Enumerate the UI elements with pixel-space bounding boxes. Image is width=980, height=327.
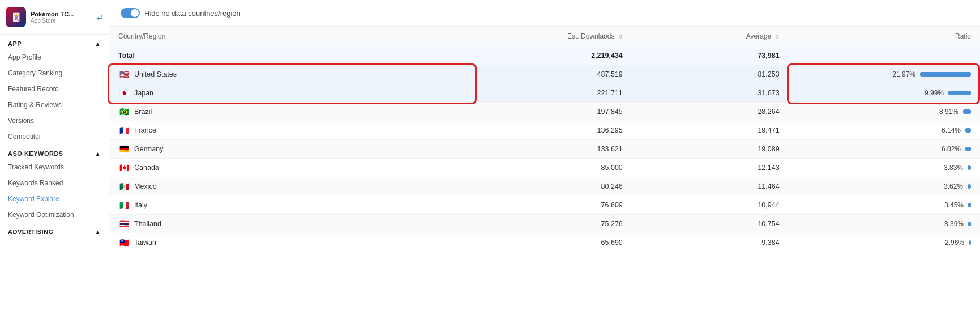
ratio-text: 6.14%	[937, 126, 961, 134]
ratio-bar	[920, 72, 971, 77]
country-flag: 🇧🇷	[118, 108, 130, 116]
country-name: Italy	[134, 201, 147, 209]
ratio-text: 6.02%	[937, 145, 961, 153]
ratio-cell: 8.91%	[789, 103, 980, 121]
sidebar-item-versions[interactable]: Versions	[0, 113, 109, 129]
country-flag: 🇯🇵	[118, 89, 130, 97]
ratio-text: 3.45%	[940, 201, 964, 209]
average-cell: 10,754	[632, 215, 789, 233]
col-header-average[interactable]: Average ⇕	[632, 27, 789, 46]
ratio-cell: 3.62%	[789, 177, 980, 196]
table-row: 🇲🇽Mexico80,24611,4643.62%	[109, 177, 980, 196]
average-cell: 28,264	[632, 103, 789, 121]
ratio-text: 3.83%	[939, 164, 963, 172]
aso-section-header: ASO Keywords ▲	[0, 145, 109, 159]
app-info: Pokémon TC... App Store	[31, 11, 92, 24]
country-flag: 🇩🇪	[118, 145, 130, 153]
country-name: Taiwan	[134, 239, 156, 247]
downloads-cell: 80,246	[475, 177, 632, 196]
country-cell: 🇩🇪Germany	[109, 140, 475, 159]
downloads-cell: 136,295	[475, 121, 632, 140]
country-cell: 🇲🇽Mexico	[109, 177, 475, 196]
sidebar-item-rating-reviews[interactable]: Rating & Reviews	[0, 97, 109, 113]
app-header: 🃏 Pokémon TC... App Store ⇄	[0, 0, 109, 35]
country-name: Thailand	[134, 220, 161, 228]
ratio-text: 9.99%	[920, 89, 944, 97]
sidebar: 🃏 Pokémon TC... App Store ⇄ APP ▲ App Pr…	[0, 0, 109, 327]
table-wrapper: Country/Region Est. Downlaods ⇕ Average …	[109, 27, 980, 327]
country-flag: 🇫🇷	[118, 126, 130, 134]
country-flag: 🇹🇭	[118, 220, 130, 228]
average-cell: 11,464	[632, 177, 789, 196]
sidebar-item-competitor[interactable]: Competitor	[0, 129, 109, 145]
col-header-ratio: Ratio	[789, 27, 980, 46]
ratio-text: 3.39%	[940, 220, 964, 228]
sort-average-icon: ⇕	[775, 33, 780, 40]
advertising-section-chevron[interactable]: ▲	[95, 229, 101, 235]
table-row: 🇧🇷Brazil197,84528,2648.91%	[109, 103, 980, 121]
country-name: Brazil	[134, 108, 152, 116]
table-row: 🇹🇼Taiwan65,6909,3842.96%	[109, 233, 980, 252]
col-header-country: Country/Region	[109, 27, 475, 46]
ratio-text: 21.97%	[892, 70, 915, 78]
app-icon: 🃏	[6, 7, 26, 27]
country-flag: 🇨🇦	[118, 164, 130, 172]
sidebar-item-keyword-explore[interactable]: Keyword Explore	[0, 191, 109, 207]
table-row: 🇩🇪Germany133,62119,0896.02%	[109, 140, 980, 159]
table-row: 🇹🇭Thailand75,27610,7543.39%	[109, 215, 980, 233]
ratio-text: 2.96%	[940, 239, 964, 247]
ratio-text: 3.62%	[939, 182, 963, 190]
app-store: App Store	[31, 18, 92, 24]
sidebar-item-category-ranking[interactable]: Category Ranking	[0, 65, 109, 81]
hide-no-data-toggle[interactable]	[121, 8, 140, 18]
country-flag: 🇺🇸	[118, 70, 130, 78]
average-cell: 81,253	[632, 65, 789, 84]
average-cell: 19,089	[632, 140, 789, 159]
edit-icon[interactable]: ⇄	[96, 12, 103, 22]
downloads-cell: 221,711	[475, 84, 632, 103]
app-name: Pokémon TC...	[31, 11, 92, 18]
country-cell: 🇫🇷France	[109, 121, 475, 140]
country-cell: 🇹🇼Taiwan	[109, 233, 475, 252]
ratio-cell: 3.83%	[789, 159, 980, 177]
downloads-cell: 197,845	[475, 103, 632, 121]
toggle-label: Hide no data countries/region	[144, 9, 241, 18]
ratio-bar	[965, 147, 971, 151]
ratio-cell: 3.39%	[789, 215, 980, 233]
app-section-chevron[interactable]: ▲	[95, 41, 101, 47]
country-name: United States	[134, 70, 177, 78]
average-cell: 10,944	[632, 196, 789, 215]
table-row: 🇫🇷France136,29519,4716.14%	[109, 121, 980, 140]
table-row: 🇯🇵Japan221,71131,6739.99%	[109, 84, 980, 103]
country-cell: 🇮🇹Italy	[109, 196, 475, 215]
ratio-cell: 2.96%	[789, 233, 980, 252]
country-cell: 🇹🇭Thailand	[109, 215, 475, 233]
ratio-cell: 9.99%	[789, 84, 980, 103]
downloads-cell: 76,609	[475, 196, 632, 215]
ratio-bar	[968, 222, 971, 226]
total-row: Total 2,219,434 73,981	[109, 46, 980, 65]
sort-downloads-icon: ⇕	[618, 33, 623, 40]
total-ratio	[789, 46, 980, 65]
aso-section-chevron[interactable]: ▲	[95, 151, 101, 157]
col-header-downloads[interactable]: Est. Downlaods ⇕	[475, 27, 632, 46]
main-content: Hide no data countries/region Country/Re…	[109, 0, 980, 327]
total-downloads: 2,219,434	[475, 46, 632, 65]
country-name: Germany	[134, 145, 163, 153]
country-cell: 🇧🇷Brazil	[109, 103, 475, 121]
country-name: Canada	[134, 164, 159, 172]
total-label: Total	[109, 46, 475, 65]
ratio-bar	[948, 91, 971, 95]
sidebar-item-keyword-optimization[interactable]: Keyword Optimization	[0, 207, 109, 223]
country-flag: 🇹🇼	[118, 239, 130, 247]
table-row: 🇨🇦Canada85,00012,1433.83%	[109, 159, 980, 177]
ratio-cell: 21.97%	[789, 65, 980, 84]
ratio-bar	[969, 240, 971, 245]
sidebar-item-featured-record[interactable]: Featured Record	[0, 81, 109, 97]
sidebar-item-app-profile[interactable]: App Profile	[0, 49, 109, 65]
sidebar-item-tracked-keywords[interactable]: Tracked Keywords	[0, 159, 109, 175]
ratio-cell: 3.45%	[789, 196, 980, 215]
country-name: France	[134, 126, 156, 134]
country-flag: 🇮🇹	[118, 201, 130, 209]
sidebar-item-keywords-ranked[interactable]: Keywords Ranked	[0, 175, 109, 191]
